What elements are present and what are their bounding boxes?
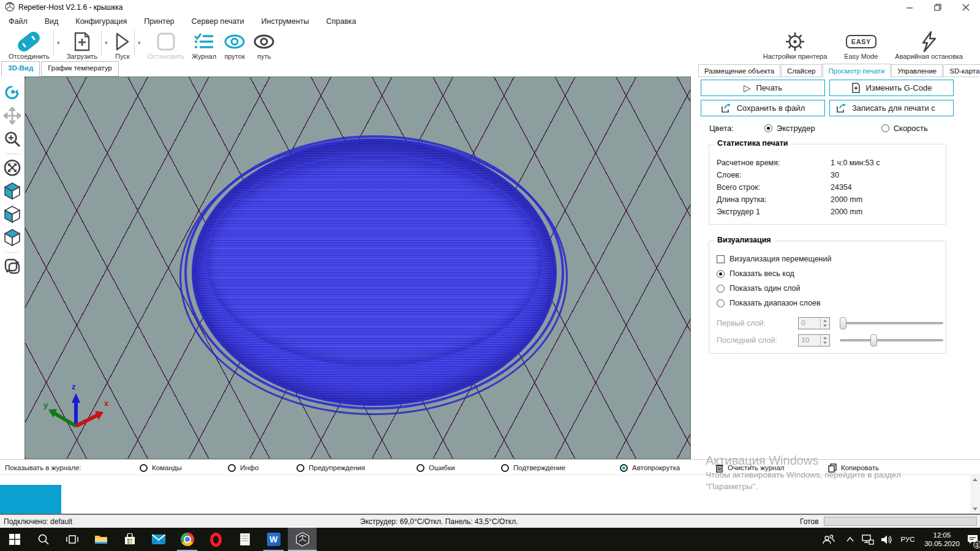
first-layer-slider[interactable] (840, 317, 943, 329)
tab-temperature-graph[interactable]: График температур (41, 61, 119, 77)
viewport-3d[interactable]: y x z (24, 77, 691, 459)
stat-value: 30 (831, 171, 839, 179)
show-travel-moves-label[interactable]: Визуализация перемещений (729, 255, 831, 263)
color-extruder-label[interactable]: Экструдер (777, 124, 815, 133)
log-autoscroll-toggle[interactable]: Автопрокрутка (620, 460, 680, 476)
color-speed-radio[interactable] (881, 124, 889, 132)
mail-button[interactable] (144, 528, 173, 551)
menu-print-server[interactable]: Сервер печати (183, 15, 253, 28)
spinner-arrows-icon[interactable] (820, 335, 829, 346)
windows-logo-icon (9, 534, 20, 545)
tab-manual-control[interactable]: Управление (891, 64, 943, 77)
first-layer-spinner[interactable]: 0 (798, 317, 830, 329)
last-layer-spinner[interactable]: 10 (798, 334, 830, 347)
stat-label: Длина прутка: (717, 195, 767, 204)
load-button[interactable]: Загрузить (63, 28, 101, 60)
color-extruder-radio[interactable] (764, 124, 772, 132)
log-filter-info[interactable]: Инфо (228, 460, 258, 476)
menu-tools[interactable]: Инструменты (253, 15, 318, 28)
chrome-button[interactable] (173, 528, 202, 551)
zoom-view-button[interactable] (2, 128, 22, 150)
opera-button[interactable] (202, 528, 230, 551)
show-layer-range-radio[interactable] (717, 299, 725, 307)
start-button[interactable] (0, 528, 29, 551)
minimize-button[interactable] (895, 0, 924, 15)
show-single-layer-radio[interactable] (717, 285, 725, 293)
spinner-arrows-icon[interactable] (820, 318, 829, 329)
tab-slicer[interactable]: Слайсер (781, 64, 821, 77)
close-button[interactable] (952, 0, 980, 15)
slider-thumb[interactable] (870, 334, 877, 347)
last-layer-slider[interactable] (840, 334, 943, 347)
show-single-layer-label[interactable]: Показать один слой (729, 284, 801, 293)
tray-expand-button[interactable] (842, 528, 859, 551)
tab-3d-view[interactable]: 3D-Вид (1, 61, 40, 77)
disconnect-button[interactable]: Отсоединить (5, 28, 53, 60)
volume-tray-button[interactable] (877, 528, 897, 551)
search-button[interactable] (29, 528, 58, 551)
clear-log-button[interactable]: Очистить журнал (715, 460, 785, 476)
load-dropdown[interactable]: ▾ (101, 31, 111, 55)
clock-tray[interactable]: 12:05 30.05.2020 (919, 528, 965, 551)
menu-view[interactable]: Вид (36, 15, 67, 28)
task-view-button[interactable] (58, 528, 86, 551)
printer-settings-button[interactable]: Настройки принтера (755, 28, 836, 60)
show-complete-code-row: Показать весь код (717, 269, 794, 278)
show-complete-code-radio[interactable] (717, 270, 725, 278)
log-filter-ack[interactable]: Подтверждение (501, 460, 565, 476)
log-filter-commands[interactable]: Команды (140, 460, 182, 476)
easy-mode-button[interactable]: EASY Easy Mode (835, 28, 886, 60)
file-plus-icon (851, 83, 861, 93)
microsoft-store-button[interactable] (115, 528, 144, 551)
log-scrollbar[interactable] (970, 475, 980, 514)
slider-thumb[interactable] (840, 317, 846, 329)
show-filament-button[interactable]: пруток (220, 28, 249, 60)
edit-gcode-button[interactable]: Изменить G-Code (829, 80, 954, 96)
rotate-view-button[interactable] (2, 81, 22, 103)
log-filter-warnings[interactable]: Предупреждения (296, 460, 365, 476)
pan-view-button[interactable] (2, 105, 22, 127)
action-center-button[interactable]: 1 (965, 528, 980, 551)
show-travel-button[interactable]: путь (249, 28, 279, 60)
save-for-sd-print-button[interactable]: Записать для печати с (829, 100, 954, 116)
tab-sd-card[interactable]: SD-карта (943, 64, 980, 77)
tab-object-placement[interactable]: Размещение объекта (698, 64, 780, 77)
emergency-stop-button[interactable]: Аварийная остановка (886, 28, 971, 60)
language-indicator[interactable]: РУС (897, 528, 919, 551)
menu-help[interactable]: Справка (318, 15, 365, 28)
start-dropdown[interactable]: ▾ (134, 31, 144, 55)
color-speed-label[interactable]: Скорость (894, 124, 928, 133)
start-button[interactable]: Пуск (111, 28, 134, 60)
show-travel-moves-checkbox[interactable] (717, 255, 725, 263)
repetier-logo-icon (295, 532, 310, 547)
fit-view-button[interactable] (2, 157, 22, 179)
copy-log-button[interactable]: Копировать (828, 460, 879, 476)
notepad-button[interactable] (230, 528, 259, 551)
log-filter-errors[interactable]: Ошибки (417, 460, 455, 476)
save-to-file-button[interactable]: Сохранить в файл (701, 100, 825, 116)
isometric-view-button[interactable] (2, 180, 22, 202)
menu-printer[interactable]: Принтер (135, 15, 183, 28)
show-layer-range-label[interactable]: Показать диапазон слоев (729, 299, 821, 307)
front-view-button[interactable] (2, 203, 22, 225)
tab-print-preview[interactable]: Просмотр печати (823, 64, 891, 77)
log-output-area[interactable] (0, 475, 980, 514)
repetier-host-taskbar-button[interactable] (288, 528, 317, 551)
disconnect-dropdown[interactable]: ▾ (53, 31, 63, 55)
print-button[interactable]: ▷ Печать (701, 80, 825, 96)
scroll-up-icon[interactable] (973, 478, 978, 481)
file-explorer-button[interactable] (86, 528, 115, 551)
filament-spool-icon (15, 29, 42, 54)
scroll-down-icon[interactable] (973, 508, 978, 511)
restore-button[interactable] (924, 0, 952, 15)
top-view-button[interactable] (2, 227, 22, 249)
people-tray-button[interactable] (818, 528, 839, 551)
network-tray-button[interactable] (859, 528, 877, 551)
mail-icon (152, 534, 165, 544)
menu-config[interactable]: Конфигурация (67, 15, 135, 28)
menu-file[interactable]: Файл (0, 15, 36, 28)
show-complete-code-label[interactable]: Показать весь код (729, 269, 794, 278)
objects-list-button[interactable] (2, 255, 22, 277)
log-toggle-button[interactable]: Журнал (188, 28, 220, 60)
word-button[interactable]: W (259, 528, 288, 551)
